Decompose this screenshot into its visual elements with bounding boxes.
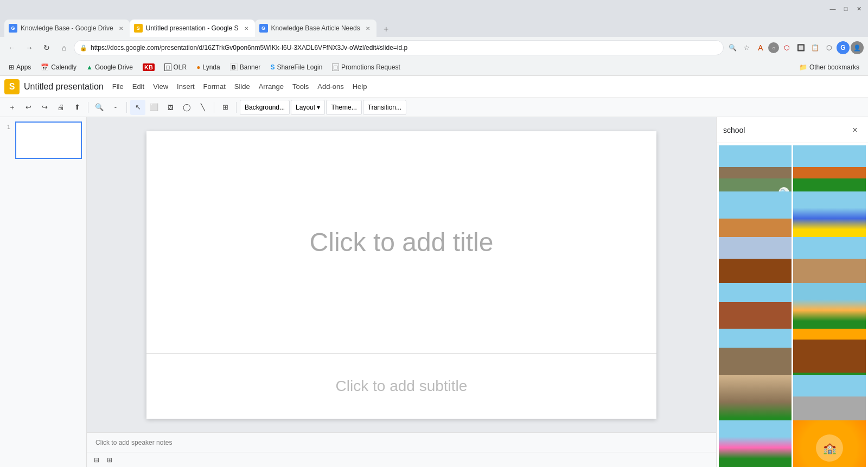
list-view-icon[interactable]: ⊞ bbox=[104, 455, 115, 465]
google-account-icon[interactable]: G bbox=[837, 41, 850, 54]
browser-window: — □ ✕ G Knowledge Base - Google Drive ✕ … bbox=[0, 0, 868, 467]
toolbar-separator-3 bbox=[214, 102, 214, 113]
back-button[interactable]: ← bbox=[4, 40, 20, 55]
slide-subtitle-area[interactable]: Click to add subtitle bbox=[146, 354, 656, 419]
bookmark-lynda[interactable]: ● Lynda bbox=[192, 61, 225, 74]
toolbar-upload[interactable]: ⬆ bbox=[69, 100, 85, 115]
toolbar-insert-image[interactable]: ⊞ bbox=[218, 100, 233, 115]
drive-icon: ▲ bbox=[86, 63, 93, 71]
bookmark-calendly[interactable]: 📅 Calendly bbox=[36, 61, 81, 74]
menu-format[interactable]: Format bbox=[199, 80, 230, 93]
toolbar-shapes[interactable]: ◯ bbox=[179, 100, 194, 115]
extension-5-icon[interactable]: 📋 bbox=[808, 41, 821, 54]
tab-close-2[interactable]: ✕ bbox=[242, 24, 251, 33]
bookmark-google-drive[interactable]: ▲ Google Drive bbox=[82, 61, 137, 74]
tab-knowledge-base-drive[interactable]: G Knowledge Base - Google Drive ✕ bbox=[4, 20, 130, 37]
window-controls: — □ ✕ bbox=[828, 4, 864, 14]
toolbar-cursor[interactable]: ↖ bbox=[130, 100, 145, 115]
bookmark-promotions[interactable]: □ Promotions Request bbox=[328, 61, 404, 74]
promotions-icon: □ bbox=[332, 63, 339, 71]
bookmark-apps[interactable]: ⊞ Apps bbox=[4, 61, 35, 74]
maximize-button[interactable]: □ bbox=[841, 4, 851, 14]
bookmark-sharefile[interactable]: S ShareFile Login bbox=[266, 61, 327, 74]
bookmark-olr[interactable]: □ OLR bbox=[160, 61, 191, 74]
tabs-bar: G Knowledge Base - Google Drive ✕ S Unti… bbox=[0, 17, 868, 37]
toolbar-textbox[interactable]: ⬜ bbox=[146, 100, 162, 115]
slides-logo: S bbox=[4, 79, 20, 94]
extension-3-icon[interactable]: ⬡ bbox=[780, 41, 793, 54]
slide-canvas-inner: Click to add title Click to add subtitle bbox=[87, 117, 716, 432]
grid-view-icon[interactable]: ⊟ bbox=[91, 455, 102, 465]
bookmark-drive-label: Google Drive bbox=[95, 63, 133, 71]
panel-close-button[interactable]: × bbox=[848, 124, 861, 137]
bottom-bar: ⊟ ⊞ bbox=[87, 452, 716, 467]
bookmark-olr-label: OLR bbox=[174, 63, 187, 71]
extension-2-icon[interactable]: ○ bbox=[768, 42, 779, 53]
toolbar-separator-2 bbox=[126, 102, 127, 113]
toolbar-separator-1 bbox=[88, 102, 88, 113]
toolbar-undo[interactable]: ↩ bbox=[21, 100, 36, 115]
menu-insert[interactable]: Insert bbox=[173, 80, 199, 93]
menu-help[interactable]: Help bbox=[348, 80, 372, 93]
extension-4-icon[interactable]: 🔲 bbox=[794, 41, 807, 54]
toolbar-layout-button[interactable]: Layout ▾ bbox=[291, 100, 325, 115]
menu-file[interactable]: File bbox=[108, 80, 128, 93]
tab-untitled-presentation[interactable]: S Untitled presentation - Google S ✕ bbox=[130, 20, 255, 37]
slide-title-area[interactable]: Click to add title bbox=[146, 131, 656, 354]
toolbar-transition-button[interactable]: Transition... bbox=[363, 100, 406, 115]
toolbar-add-slide[interactable]: ＋ bbox=[4, 100, 20, 115]
tab-title-1: Knowledge Base - Google Drive bbox=[21, 24, 113, 32]
menu-view[interactable]: View bbox=[149, 80, 173, 93]
toolbar-theme-button[interactable]: Theme... bbox=[326, 100, 361, 115]
slide-main[interactable]: Click to add title Click to add subtitle bbox=[146, 131, 656, 419]
image-result-14[interactable]: 🏫 bbox=[793, 420, 866, 467]
tab-knowledge-base-article[interactable]: G Knowledge Base Article Needs ✕ bbox=[255, 20, 376, 37]
bookmark-banner[interactable]: B Banner bbox=[226, 61, 265, 74]
close-button[interactable]: ✕ bbox=[854, 4, 864, 14]
toolbar-zoom-in[interactable]: - bbox=[108, 100, 123, 115]
forward-button[interactable]: → bbox=[22, 40, 37, 55]
bottom-bar-icons: ⊟ ⊞ bbox=[91, 455, 115, 465]
slide-1-thumbnail[interactable] bbox=[15, 121, 82, 159]
menu-arrange[interactable]: Arrange bbox=[254, 80, 288, 93]
toolbar-print[interactable]: 🖨 bbox=[53, 100, 68, 115]
toolbar-lines[interactable]: ╲ bbox=[195, 100, 210, 115]
other-bookmarks-label: Other bookmarks bbox=[809, 63, 859, 71]
tab-close-3[interactable]: ✕ bbox=[363, 24, 372, 33]
slide-1-number: 1 bbox=[4, 121, 13, 130]
minimize-button[interactable]: — bbox=[828, 4, 838, 14]
profile-icon[interactable]: 👤 bbox=[851, 41, 864, 54]
bookmark-banner-label: Banner bbox=[240, 63, 261, 71]
menu-edit[interactable]: Edit bbox=[128, 80, 149, 93]
url-bar[interactable]: 🔒 https://docs.google.com/presentation/d… bbox=[74, 40, 724, 55]
title-bar: — □ ✕ bbox=[0, 0, 868, 17]
address-bar: ← → ↻ ⌂ 🔒 https://docs.google.com/presen… bbox=[0, 37, 868, 59]
slides-logo-letter: S bbox=[9, 82, 15, 92]
tab-close-1[interactable]: ✕ bbox=[117, 24, 125, 33]
slide-1-container: 1 bbox=[4, 121, 82, 159]
other-bookmarks[interactable]: 📁 Other bookmarks bbox=[795, 63, 864, 71]
extension-6-icon[interactable]: ⬡ bbox=[822, 41, 835, 54]
calendly-icon: 📅 bbox=[41, 63, 49, 71]
menu-tools[interactable]: Tools bbox=[288, 80, 313, 93]
bookmark-sharefile-label: ShareFile Login bbox=[277, 63, 322, 71]
refresh-button[interactable]: ↻ bbox=[39, 40, 54, 55]
new-tab-button[interactable]: + bbox=[379, 22, 394, 37]
speaker-notes-bar[interactable]: Click to add speaker notes bbox=[87, 432, 716, 452]
menu-slide[interactable]: Slide bbox=[230, 80, 254, 93]
menu-addons[interactable]: Add-ons bbox=[313, 80, 348, 93]
home-button[interactable]: ⌂ bbox=[56, 40, 72, 55]
toolbar-image[interactable]: 🖼 bbox=[163, 100, 178, 115]
bookmark-kb[interactable]: KB bbox=[138, 61, 159, 74]
bookmark-apps-label: Apps bbox=[16, 63, 31, 71]
address-icons: 🔍 ☆ A ○ ⬡ 🔲 📋 ⬡ G 👤 bbox=[726, 41, 864, 54]
banner-icon: B bbox=[230, 63, 238, 71]
toolbar-redo[interactable]: ↪ bbox=[37, 100, 52, 115]
image-result-13[interactable] bbox=[719, 420, 792, 467]
toolbar-zoom-out[interactable]: 🔍 bbox=[92, 100, 107, 115]
star-icon[interactable]: ☆ bbox=[740, 41, 753, 54]
toolbar-background-button[interactable]: Background... bbox=[240, 100, 290, 115]
extension-1-icon[interactable]: A bbox=[754, 41, 767, 54]
panel-search-input[interactable] bbox=[723, 126, 848, 135]
search-icon[interactable]: 🔍 bbox=[726, 41, 739, 54]
